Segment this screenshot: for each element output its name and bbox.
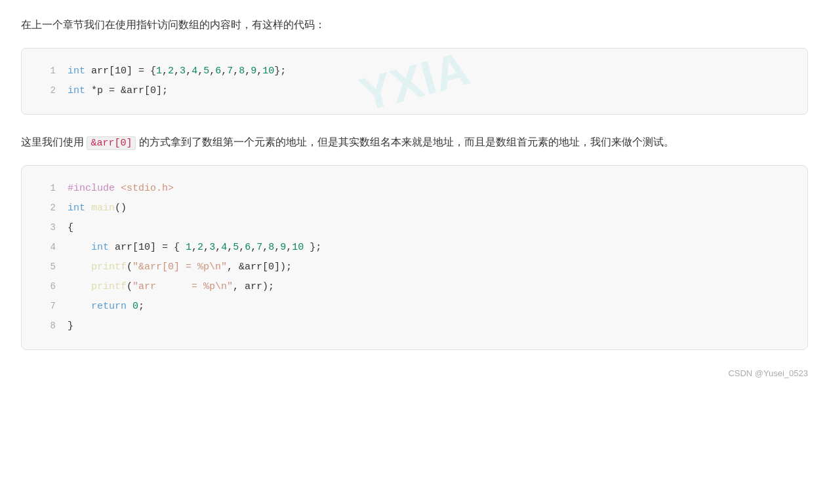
code-text: int main() <box>68 199 788 218</box>
code-line: 1 #include <stdio.h> <box>41 179 788 199</box>
code-text: } <box>68 317 788 336</box>
token-function: printf <box>91 281 127 292</box>
token-plain <box>127 301 132 312</box>
token-plain: , <box>197 66 203 77</box>
middle-paragraph: 这里我们使用 &arr[0] 的方式拿到了数组第一个元素的地址，但是其实数组名本… <box>21 133 808 152</box>
token-plain: , <box>233 66 239 77</box>
token-plain: } <box>68 320 73 332</box>
token-num: 5 <box>233 242 239 253</box>
line-number: 1 <box>41 62 56 80</box>
token-plain: , <box>186 66 192 77</box>
token-plain: }; <box>304 242 321 253</box>
line-number: 5 <box>41 258 56 276</box>
token-string: "&arr[0] = %p\n" <box>132 262 227 273</box>
token-num: 10 <box>292 242 304 253</box>
token-plain: , <box>203 242 209 253</box>
code-line: 5 printf("&arr[0] = %p\n", &arr[0]); <box>41 258 788 277</box>
token-plain: , <box>209 66 215 77</box>
token-keyword: int <box>68 203 85 214</box>
token-plain: , <box>215 242 221 253</box>
line-number: 1 <box>41 179 56 197</box>
code-line: 7 return 0; <box>41 297 788 317</box>
token-num: 9 <box>251 66 256 77</box>
line-number: 6 <box>41 277 56 296</box>
inline-code: &arr[0] <box>87 136 136 150</box>
code-text: #include <stdio.h> <box>68 179 788 199</box>
token-plain <box>115 183 121 194</box>
footer-credit: CSDN @Yusei_0523 <box>21 368 808 378</box>
token-indent <box>68 242 91 253</box>
token-num: 5 <box>203 66 209 77</box>
code-text: int arr[10] = {1,2,3,4,5,6,7,8,9,10}; <box>68 62 788 81</box>
token-plain: , <box>227 242 233 253</box>
token-plain: , <box>239 242 245 253</box>
token-num: 0 <box>132 301 138 312</box>
token-plain: , <box>221 66 227 77</box>
token-plain <box>85 203 91 214</box>
token-num: 8 <box>268 242 274 253</box>
token-plain: , <box>256 66 262 77</box>
token-num: 4 <box>192 66 197 77</box>
token-plain: , <box>192 242 197 253</box>
token-include-kw: #include <box>68 183 115 194</box>
code-text: return 0; <box>68 297 788 317</box>
token-keyword: int <box>91 242 109 253</box>
token-plain: }; <box>274 66 286 77</box>
token-plain: , <box>174 66 180 77</box>
token-num: 6 <box>245 242 251 253</box>
token-keyword: int <box>68 66 85 77</box>
token-plain: , <box>251 242 256 253</box>
line-number: 2 <box>41 81 56 100</box>
token-indent <box>68 262 91 273</box>
token-keyword: int <box>68 85 85 96</box>
code-text: printf("arr = %p\n", arr); <box>68 277 788 297</box>
token-num: 7 <box>227 66 233 77</box>
token-plain: , <box>274 242 280 253</box>
code-line: 3 { <box>41 218 788 238</box>
line-number: 2 <box>41 199 56 217</box>
code-line: 8 } <box>41 317 788 336</box>
token-include-file: <stdio.h> <box>121 183 174 194</box>
code-line: 2 int main() <box>41 199 788 218</box>
token-keyword: return <box>91 301 127 312</box>
code-text: int arr[10] = { 1,2,3,4,5,6,7,8,9,10 }; <box>68 238 788 258</box>
token-num: 10 <box>262 66 274 77</box>
code-text: { <box>68 218 788 238</box>
token-indent <box>68 301 91 312</box>
token-num: 3 <box>180 66 186 77</box>
code-text: int *p = &arr[0]; <box>68 81 788 101</box>
token-num: 2 <box>168 66 174 77</box>
token-num: 2 <box>197 242 203 253</box>
intro-paragraph: 在上一个章节我们在使用指针访问数组的内容时，有这样的代码： <box>21 16 808 35</box>
token-num: 3 <box>209 242 215 253</box>
token-plain: arr[10] = { <box>85 66 156 77</box>
line-number: 8 <box>41 317 56 335</box>
token-plain: , <box>162 66 168 77</box>
middle-text-after: 的方式拿到了数组第一个元素的地址，但是其实数组名本来就是地址，而且是数组首元素的… <box>136 136 674 147</box>
code-line: 6 printf("arr = %p\n", arr); <box>41 277 788 297</box>
token-plain: *p = &arr[0]; <box>85 85 168 96</box>
token-num: 7 <box>256 242 262 253</box>
token-plain: ( <box>127 262 132 273</box>
token-num: 1 <box>186 242 192 253</box>
token-num: 8 <box>239 66 245 77</box>
code-line: 4 int arr[10] = { 1,2,3,4,5,6,7,8,9,10 }… <box>41 238 788 258</box>
token-string: "arr = %p\n" <box>132 281 233 292</box>
token-num: 4 <box>221 242 227 253</box>
token-plain: , arr); <box>233 281 274 292</box>
token-plain: { <box>68 222 73 233</box>
line-number: 4 <box>41 238 56 256</box>
token-plain: () <box>115 203 127 214</box>
token-plain: ( <box>127 281 132 292</box>
code-block-2: 1 #include <stdio.h> 2 int main() 3 { 4 … <box>21 165 808 350</box>
token-num: 6 <box>215 66 221 77</box>
code-line: 1 int arr[10] = {1,2,3,4,5,6,7,8,9,10}; <box>41 62 788 81</box>
token-plain: ; <box>138 301 144 312</box>
line-number: 3 <box>41 218 56 237</box>
token-function: printf <box>91 262 127 273</box>
code-line: 2 int *p = &arr[0]; <box>41 81 788 101</box>
middle-text-before: 这里我们使用 <box>21 136 87 147</box>
token-num: 1 <box>156 66 162 77</box>
token-plain: , <box>286 242 292 253</box>
line-number: 7 <box>41 297 56 315</box>
